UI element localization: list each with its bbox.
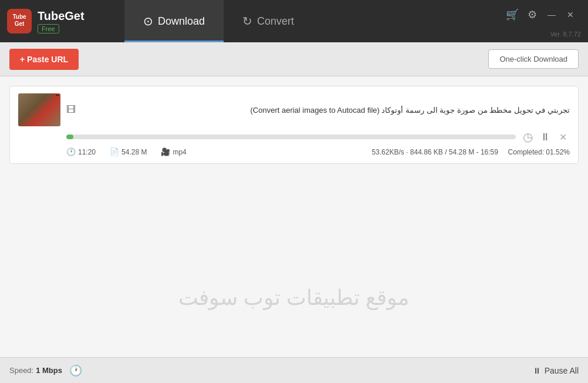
paste-url-button[interactable]: + Paste URL	[9, 49, 79, 70]
convert-tab-icon: ↻	[242, 14, 252, 28]
thumb-inner	[18, 93, 60, 126]
item-thumbnail	[18, 93, 60, 126]
speed-info: 53.62KB/s · 844.86 KB / 54.28 M - 16:59 …	[371, 148, 570, 156]
progress-bar-container	[66, 135, 516, 139]
cart-button[interactable]: 🛒	[503, 6, 521, 23]
duration-value: 11:20	[78, 148, 96, 156]
item-title: تجربتي في تحويل مخطط من صورة جوية الى رس…	[82, 106, 570, 115]
nav-tabs: ⊙ Download ↻ Convert	[124, 0, 313, 42]
toolbar: + Paste URL One-click Download	[0, 42, 588, 76]
pause-item-button[interactable]: ⏸	[538, 130, 552, 144]
progress-row: ◷ ⏸ ✕	[66, 130, 570, 144]
right-controls: ⏸ Pause All	[533, 366, 579, 375]
statusbar: Speed: 1 Mbps 🕐 ⏸ Pause All	[0, 357, 588, 383]
size-value: 54.28 M	[121, 148, 147, 156]
top-actions: 🛒 ⚙ — ✕	[503, 6, 583, 23]
close-button[interactable]: ✕	[562, 6, 579, 23]
app-title: TubeGet Free	[38, 9, 85, 33]
completed-label: Completed: 01.52%	[508, 148, 570, 156]
tab-convert[interactable]: ↻ Convert	[224, 0, 313, 42]
item-top-row: 🎞 تجربتي في تحويل مخطط من صورة جوية الى …	[18, 93, 570, 126]
info-row: 🕐 11:20 📄 54.28 M 🎥 mp4 53.62KB/s · 844.…	[66, 147, 570, 156]
download-tab-label: Download	[158, 15, 205, 28]
format-item: 🎥 mp4	[161, 147, 186, 156]
speed-label-text: Speed:	[9, 366, 33, 375]
app-logo: Tube Get	[7, 9, 32, 33]
app-name: TubeGet	[38, 9, 85, 23]
file-icon: 📄	[110, 147, 119, 156]
tab-download[interactable]: ⊙ Download	[124, 0, 224, 42]
free-badge: Free	[38, 24, 59, 33]
download-item: 🎞 تجربتي في تحويل مخطط من صورة جوية الى …	[9, 86, 579, 164]
format-icon: 🎥	[161, 147, 170, 156]
remove-item-button[interactable]: ✕	[556, 130, 570, 144]
download-tab-icon: ⊙	[143, 14, 153, 28]
history-button[interactable]: 🕐	[69, 364, 82, 377]
film-icon: 🎞	[66, 105, 76, 115]
loading-spinner: ◷	[521, 130, 535, 144]
thumb-overlay	[56, 95, 59, 96]
progress-actions: ◷ ⏸ ✕	[521, 130, 570, 144]
size-item: 📄 54.28 M	[110, 147, 147, 156]
svg-text:Get: Get	[15, 21, 25, 27]
logo-area: Tube Get TubeGet Free	[7, 9, 101, 33]
pause-all-label: Pause All	[545, 366, 579, 375]
version-label: Ver. 8.7.72	[550, 31, 581, 38]
convert-tab-label: Convert	[257, 15, 294, 28]
progress-bar-fill	[66, 135, 73, 139]
watermark: موقع تطبيقات توب سوفت	[178, 285, 409, 310]
settings-button[interactable]: ⚙	[523, 6, 541, 23]
main-content: 🎞 تجربتي في تحويل مخطط من صورة جوية الى …	[0, 76, 588, 357]
speed-display: Speed: 1 Mbps	[9, 366, 62, 375]
pause-all-button[interactable]: ⏸ Pause All	[533, 366, 579, 375]
titlebar: Tube Get TubeGet Free ⊙ Download ↻ Conve…	[0, 0, 588, 42]
clock-icon: 🕐	[66, 147, 76, 156]
pause-all-icon: ⏸	[533, 366, 541, 375]
speed-value-text: 1 Mbps	[36, 366, 62, 375]
speed-detail: 53.62KB/s · 844.86 KB / 54.28 M - 16:59	[371, 148, 498, 156]
format-value: mp4	[173, 148, 186, 156]
one-click-button[interactable]: One-click Download	[488, 49, 579, 69]
svg-text:Tube: Tube	[12, 14, 26, 20]
duration-item: 🕐 11:20	[66, 147, 96, 156]
minimize-button[interactable]: —	[543, 6, 560, 23]
